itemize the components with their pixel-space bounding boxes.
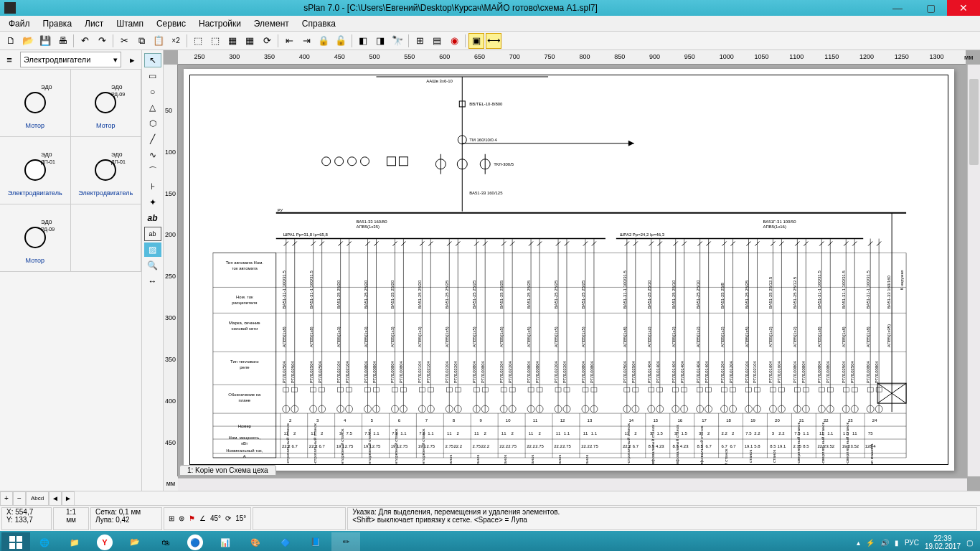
- menu-Файл[interactable]: Файл: [3, 17, 36, 30]
- library-item[interactable]: ЭД0ДП-01Электродвигатель: [0, 137, 71, 204]
- library-item[interactable]: [71, 204, 142, 272]
- measure-tool-icon[interactable]: ↔: [144, 274, 161, 288]
- align-l-icon[interactable]: ⇤: [281, 33, 297, 49]
- group-icon[interactable]: ⬚: [190, 33, 206, 49]
- tray-lang[interactable]: РУС: [905, 539, 919, 547]
- special-tool-icon[interactable]: ⬡: [144, 116, 161, 131]
- binoculars-icon[interactable]: 🔭: [390, 33, 405, 49]
- back-icon[interactable]: ▦: [242, 33, 258, 49]
- tray-network-icon[interactable]: ▮: [895, 539, 899, 547]
- lib-next-icon[interactable]: ▸: [124, 52, 140, 67]
- nav-plus[interactable]: +: [0, 491, 13, 506]
- tray-notifications-icon[interactable]: ▢: [966, 539, 973, 547]
- menu-Настройки[interactable]: Настройки: [193, 17, 247, 30]
- drawing-sheet[interactable]: ААШв 3x6-10BB/TEL-10-8/800ТМ 160/10/0.4Т…: [184, 69, 954, 471]
- colorpick2-icon[interactable]: ◨: [372, 33, 388, 49]
- svg-text:РТЛ101404: РТЛ101404: [647, 360, 651, 383]
- polygon-tool-icon[interactable]: △: [144, 100, 161, 115]
- measure-icon[interactable]: ⟷: [486, 33, 501, 49]
- task-yandex-icon[interactable]: Y: [90, 532, 119, 551]
- snap-icon[interactable]: ⊛: [179, 514, 184, 522]
- nav-next[interactable]: ►: [62, 491, 75, 506]
- menu-Справка[interactable]: Справка: [296, 17, 341, 30]
- pointer-tool-icon[interactable]: ↖: [144, 53, 161, 67]
- task-splan-icon[interactable]: ✏: [331, 532, 360, 551]
- menu-Элемент[interactable]: Элемент: [248, 17, 295, 30]
- minimize-button[interactable]: —: [881, 0, 914, 16]
- bezier-tool-icon[interactable]: ∿: [144, 148, 161, 162]
- table-icon[interactable]: ⊞: [412, 33, 428, 49]
- library-item[interactable]: ЭД0РД-09Мотор: [71, 70, 142, 137]
- close-button[interactable]: ✕: [947, 0, 980, 16]
- line-tool-icon[interactable]: ╱: [144, 132, 161, 146]
- task-app-icon[interactable]: 🔷: [271, 532, 300, 551]
- image-tool-icon[interactable]: ▨: [144, 242, 161, 257]
- refresh-icon[interactable]: ⟳: [259, 33, 275, 49]
- grid-icon[interactable]: ⊞: [169, 514, 174, 522]
- print-icon[interactable]: 🖶: [55, 33, 70, 49]
- flag-icon[interactable]: ⚑: [189, 514, 195, 522]
- svg-text:К наружке: К наружке: [900, 270, 904, 291]
- zoom-tool-icon[interactable]: 🔍: [144, 258, 161, 273]
- find-icon[interactable]: ◉: [446, 33, 462, 49]
- undo-icon[interactable]: ↶: [77, 33, 93, 49]
- arc-tool-icon[interactable]: ⌒: [144, 164, 161, 178]
- redo-icon[interactable]: ↷: [94, 33, 110, 49]
- select-tb-icon[interactable]: ▣: [468, 33, 484, 49]
- copy-icon[interactable]: ⧉: [133, 33, 149, 49]
- text-tool-icon[interactable]: ab: [144, 211, 161, 225]
- x2-icon[interactable]: ×2: [168, 33, 184, 49]
- task-chrome-icon[interactable]: 🔵: [181, 532, 209, 551]
- nav-abcd[interactable]: Abcd: [26, 491, 49, 506]
- task-word-icon[interactable]: 📘: [301, 532, 330, 551]
- library-item[interactable]: ЭД0Мотор: [0, 70, 71, 137]
- menu-Сервис[interactable]: Сервис: [151, 17, 192, 30]
- colorpick-icon[interactable]: ◧: [355, 33, 371, 49]
- lib-list-icon[interactable]: ≡: [1, 52, 17, 67]
- library-item[interactable]: ЭД0ДП-01Электродвигатель: [71, 137, 142, 204]
- tray-battery-icon[interactable]: ⚡: [866, 539, 875, 547]
- task-folder-icon[interactable]: 📂: [121, 532, 149, 551]
- angle-icon[interactable]: ∠: [199, 514, 206, 522]
- scrollbar-vertical[interactable]: [967, 65, 980, 476]
- nav-prev[interactable]: ◄: [49, 491, 62, 506]
- nav-minus[interactable]: −: [13, 491, 26, 506]
- align-r-icon[interactable]: ⇥: [298, 33, 314, 49]
- tray-volume-icon[interactable]: 🔊: [880, 539, 889, 547]
- maximize-button[interactable]: ▢: [914, 0, 947, 16]
- textbox-tool-icon[interactable]: ab: [144, 227, 161, 241]
- svg-text:ток автомата: ток автомата: [232, 266, 258, 270]
- save-icon[interactable]: 💾: [37, 33, 53, 49]
- menu-Штамп[interactable]: Штамп: [110, 17, 149, 30]
- task-ie-icon[interactable]: 🌐: [30, 532, 59, 551]
- new-icon[interactable]: 🗋: [3, 33, 19, 49]
- rotate-icon[interactable]: ⟳: [225, 514, 231, 522]
- library-item[interactable]: ЭД0РД-09Мотор: [0, 204, 71, 272]
- svg-text:Продольно-строгальный станок: Продольно-строгальный станок: [286, 423, 290, 465]
- svg-text:11: 11: [556, 431, 561, 435]
- menu-Лист[interactable]: Лист: [79, 17, 109, 30]
- node-tool-icon[interactable]: ✦: [144, 195, 161, 209]
- list-icon[interactable]: ▤: [429, 33, 445, 49]
- library-dropdown[interactable]: Электродвигатели ▾: [20, 52, 121, 67]
- sheet-tab[interactable]: 1: Kopie von Схема цеха: [179, 465, 276, 476]
- task-explorer-icon[interactable]: 📁: [60, 532, 89, 551]
- scrollbar-horizontal[interactable]: [178, 478, 967, 491]
- menu-Правка[interactable]: Правка: [37, 17, 78, 30]
- dim-tool-icon[interactable]: ⊦: [144, 179, 161, 194]
- start-button[interactable]: [1, 532, 30, 551]
- tray-up-icon[interactable]: ▴: [857, 539, 860, 547]
- task-store-icon[interactable]: 🛍: [151, 532, 179, 551]
- rect-tool-icon[interactable]: ▭: [144, 69, 161, 83]
- task-graph-icon[interactable]: 📊: [211, 532, 240, 551]
- ungroup-icon[interactable]: ⬚: [207, 33, 223, 49]
- paste-icon[interactable]: 📋: [151, 33, 166, 49]
- cut-icon[interactable]: ✂: [116, 33, 132, 49]
- front-icon[interactable]: ▦: [225, 33, 240, 49]
- lock-icon[interactable]: 🔒: [316, 33, 331, 49]
- task-paint-icon[interactable]: 🎨: [241, 532, 270, 551]
- unlock-icon[interactable]: 🔓: [333, 33, 349, 49]
- svg-text:11: 11: [533, 418, 538, 423]
- open-icon[interactable]: 📂: [20, 33, 36, 49]
- circle-tool-icon[interactable]: ○: [144, 85, 161, 99]
